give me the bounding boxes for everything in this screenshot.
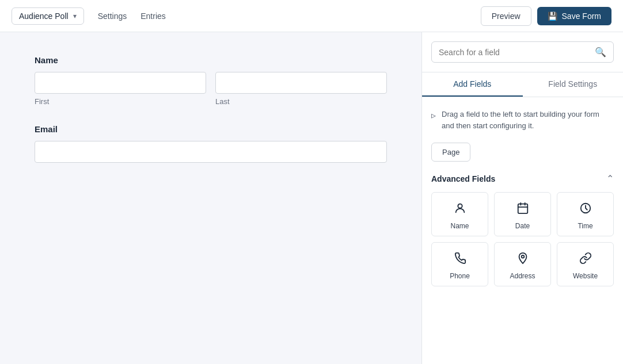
field-card-time[interactable]: Time bbox=[557, 192, 614, 236]
drag-hint-text: Drag a field to the left to start buildi… bbox=[442, 109, 614, 131]
first-name-col: First bbox=[35, 72, 206, 106]
drag-hint: ▹ Drag a field to the left to start buil… bbox=[431, 106, 614, 133]
first-name-input[interactable] bbox=[35, 72, 206, 94]
name-field-icon bbox=[454, 202, 466, 217]
field-card-date-label: Date bbox=[515, 222, 530, 230]
topnav: Audience Poll ▾ Settings Entries Preview… bbox=[0, 0, 623, 32]
field-card-phone[interactable]: Phone bbox=[431, 242, 488, 286]
first-label: First bbox=[35, 97, 206, 106]
field-card-name-label: Name bbox=[450, 222, 469, 230]
fields-grid: Name Date Time bbox=[431, 192, 614, 286]
save-icon: 💾 bbox=[548, 12, 557, 21]
tab-add-fields[interactable]: Add Fields bbox=[422, 72, 523, 97]
website-field-icon bbox=[579, 252, 592, 267]
search-input[interactable] bbox=[439, 48, 595, 57]
search-container: 🔍 bbox=[422, 32, 623, 72]
tab-field-settings[interactable]: Field Settings bbox=[523, 72, 624, 97]
section-collapse-icon[interactable]: ⌃ bbox=[606, 173, 614, 184]
last-name-input[interactable] bbox=[215, 72, 387, 94]
field-card-date[interactable]: Date bbox=[494, 192, 551, 236]
form-canvas: Name First Last Email bbox=[0, 32, 421, 364]
main-layout: Name First Last Email 🔍 bbox=[0, 32, 623, 364]
field-card-phone-label: Phone bbox=[450, 272, 470, 280]
phone-field-icon bbox=[454, 252, 466, 267]
nav-settings[interactable]: Settings bbox=[98, 9, 127, 23]
svg-rect-1 bbox=[518, 204, 527, 214]
email-section: Email bbox=[35, 124, 387, 163]
email-input[interactable] bbox=[35, 141, 387, 163]
form-selector[interactable]: Audience Poll ▾ bbox=[12, 7, 84, 25]
name-row: First Last bbox=[35, 72, 387, 106]
preview-button[interactable]: Preview bbox=[481, 6, 531, 26]
topnav-right: Preview 💾 Save Form bbox=[481, 6, 611, 26]
field-card-address-label: Address bbox=[510, 272, 535, 280]
last-name-col: Last bbox=[215, 72, 387, 106]
cursor-icon: ▹ bbox=[431, 110, 436, 121]
search-icon: 🔍 bbox=[595, 47, 606, 58]
chevron-down-icon: ▾ bbox=[73, 12, 77, 20]
nav-entries[interactable]: Entries bbox=[140, 9, 166, 23]
field-card-name[interactable]: Name bbox=[431, 192, 488, 236]
field-card-time-label: Time bbox=[578, 222, 592, 230]
page-button[interactable]: Page bbox=[431, 143, 470, 162]
field-card-address[interactable]: Address bbox=[494, 242, 551, 286]
date-field-icon bbox=[516, 202, 529, 217]
right-panel: 🔍 Add Fields Field Settings ▹ Drag a fie… bbox=[421, 32, 623, 364]
svg-point-0 bbox=[458, 204, 462, 208]
last-label: Last bbox=[215, 97, 387, 106]
address-field-icon bbox=[516, 252, 529, 267]
time-field-icon bbox=[579, 202, 592, 217]
field-card-website-label: Website bbox=[573, 272, 598, 280]
save-form-label: Save Form bbox=[562, 12, 601, 21]
svg-point-6 bbox=[521, 255, 524, 258]
panel-content: ▹ Drag a field to the left to start buil… bbox=[422, 97, 623, 364]
topnav-left: Audience Poll ▾ Settings Entries bbox=[12, 7, 166, 25]
name-field-label: Name bbox=[35, 55, 387, 65]
save-form-button[interactable]: 💾 Save Form bbox=[537, 7, 611, 25]
search-box: 🔍 bbox=[431, 41, 614, 63]
field-card-website[interactable]: Website bbox=[557, 242, 614, 286]
tabs: Add Fields Field Settings bbox=[422, 72, 623, 97]
name-section: Name First Last bbox=[35, 55, 387, 106]
advanced-fields-title: Advanced Fields bbox=[431, 174, 495, 183]
email-field-label: Email bbox=[35, 124, 387, 134]
advanced-fields-header: Advanced Fields ⌃ bbox=[431, 173, 614, 184]
form-title: Audience Poll bbox=[19, 12, 69, 21]
